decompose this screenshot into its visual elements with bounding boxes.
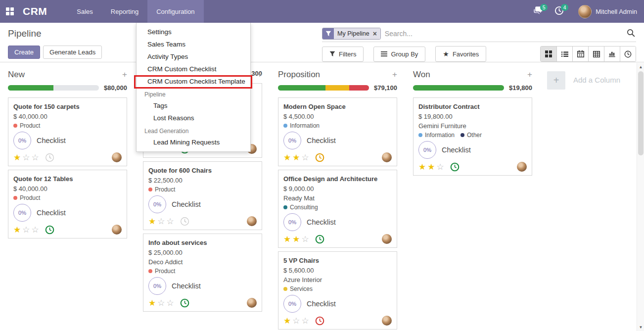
checklist-progress-circle[interactable]: 0% [283, 132, 301, 149]
column-title[interactable]: Proposition [278, 70, 320, 79]
kanban-card[interactable]: Quote for 150 carpets$ 40,000.00Product0… [8, 97, 127, 166]
activity-clock-icon[interactable] [315, 316, 324, 326]
activity-clock-icon[interactable] [315, 235, 324, 244]
priority-stars[interactable]: ★★☆ [283, 235, 311, 243]
card-tag[interactable]: Services [283, 285, 313, 292]
kanban-card[interactable]: Modern Open Space$ 4,500.00Information0%… [278, 97, 397, 166]
filters-button[interactable]: Filters [322, 47, 364, 62]
kanban-card[interactable]: Quote for 600 Chairs$ 22,500.00Product0%… [143, 161, 262, 230]
apps-menu-icon[interactable] [0, 0, 20, 23]
card-tag[interactable]: Information [283, 122, 320, 129]
dropdown-menu-item[interactable]: Tags [137, 99, 250, 112]
activity-clock-icon[interactable] [450, 162, 460, 172]
card-tag[interactable]: Product [13, 122, 40, 129]
checklist-progress-circle[interactable]: 0% [148, 277, 166, 295]
dropdown-menu-item[interactable]: CRM Custom Checklist Template [137, 75, 250, 88]
checklist-progress-circle[interactable]: 0% [283, 295, 301, 313]
generate-leads-button[interactable]: Generate Leads [43, 46, 102, 59]
priority-star[interactable]: ★ [13, 153, 22, 162]
priority-star[interactable]: ★ [418, 162, 427, 172]
column-quick-add-icon[interactable]: + [122, 70, 127, 79]
kanban-card[interactable]: Quote for 12 Tables$ 40,000.00Product0%C… [8, 170, 127, 238]
activity-clock-icon[interactable] [315, 153, 324, 162]
kanban-card[interactable]: Office Design and Architecture$ 9,000.00… [278, 170, 397, 248]
checklist-progress-circle[interactable]: 0% [418, 141, 436, 159]
priority-stars[interactable]: ★☆☆ [13, 226, 41, 234]
priority-stars[interactable]: ★★☆ [418, 163, 446, 171]
checklist-progress-circle[interactable]: 0% [283, 213, 301, 231]
search-facet[interactable]: My Pipeline × [322, 28, 381, 40]
view-activity-button[interactable] [620, 47, 636, 61]
activities-button[interactable]: 4 [551, 4, 567, 19]
priority-stars[interactable]: ★★☆ [283, 153, 311, 162]
checklist-progress-circle[interactable]: 0% [13, 132, 31, 149]
priority-star[interactable]: ★ [292, 153, 301, 162]
priority-star[interactable]: ☆ [32, 153, 41, 162]
view-calendar-button[interactable] [572, 47, 588, 61]
column-progressbar[interactable] [413, 85, 504, 91]
view-pivot-button[interactable] [588, 47, 604, 61]
column-title[interactable]: Won [413, 70, 430, 79]
kanban-card[interactable]: Distributor Contract$ 19,800.00Gemini Fu… [413, 97, 532, 176]
add-column-button[interactable]: + [547, 71, 565, 90]
menu-sales[interactable]: Sales [68, 0, 102, 23]
dropdown-menu-item[interactable]: Settings [137, 26, 250, 38]
dropdown-menu-item[interactable]: Lost Reasons [137, 112, 250, 124]
priority-star[interactable]: ★ [427, 162, 436, 172]
kanban-card[interactable]: Info about services$ 25,000.00Deco Addic… [143, 234, 262, 312]
priority-star[interactable]: ★ [283, 316, 292, 326]
priority-stars[interactable]: ★☆☆ [148, 217, 176, 226]
column-progressbar[interactable] [8, 85, 99, 91]
priority-star[interactable]: ★ [148, 298, 157, 308]
card-tag[interactable]: Product [148, 186, 175, 193]
checklist-progress-circle[interactable]: 0% [148, 195, 166, 213]
activity-clock-icon[interactable] [180, 298, 189, 308]
priority-star[interactable]: ☆ [302, 235, 311, 244]
menu-configuration[interactable]: Configuration [147, 0, 203, 23]
create-button[interactable]: Create [8, 46, 40, 59]
priority-stars[interactable]: ★☆☆ [148, 299, 176, 307]
view-kanban-button[interactable] [541, 47, 556, 61]
scroll-down-arrow[interactable]: ▼ [637, 324, 644, 331]
view-list-button[interactable] [556, 47, 572, 61]
priority-stars[interactable]: ★☆☆ [283, 317, 311, 325]
card-tag[interactable]: Consulting [283, 204, 318, 211]
user-menu[interactable]: Mitchell Admin [578, 5, 637, 18]
activity-clock-icon[interactable] [45, 225, 54, 235]
search-icon[interactable] [626, 29, 636, 39]
card-tag[interactable]: Other [460, 132, 482, 139]
column-progressbar[interactable] [278, 85, 369, 91]
priority-star[interactable]: ☆ [302, 316, 311, 326]
column-quick-add-icon[interactable]: + [392, 70, 397, 79]
priority-star[interactable]: ☆ [437, 162, 446, 172]
scroll-up-arrow[interactable]: ▲ [637, 63, 644, 71]
view-graph-button[interactable] [604, 47, 620, 61]
checklist-progress-circle[interactable]: 0% [13, 204, 31, 222]
menu-reporting[interactable]: Reporting [102, 0, 147, 23]
dropdown-menu-item[interactable]: CRM Custom Checklist [137, 63, 250, 75]
column-quick-add-icon[interactable]: + [257, 70, 262, 79]
search-input[interactable] [385, 30, 626, 38]
card-tag[interactable]: Product [13, 194, 40, 201]
facet-remove-icon[interactable]: × [373, 30, 377, 37]
priority-star[interactable]: ☆ [292, 316, 301, 326]
card-tag[interactable]: Information [418, 132, 455, 139]
kanban-card[interactable]: 5 VP Chairs$ 5,600.00Azure InteriorServi… [278, 251, 397, 330]
dropdown-menu-item[interactable]: Lead Mining Requests [137, 136, 250, 148]
card-tag[interactable]: Product [148, 268, 175, 275]
priority-star[interactable]: ☆ [167, 298, 176, 308]
dropdown-menu-item[interactable]: Activity Types [137, 50, 250, 63]
priority-star[interactable]: ☆ [157, 217, 166, 226]
priority-star[interactable]: ☆ [32, 225, 41, 235]
priority-star[interactable]: ★ [283, 235, 292, 244]
priority-star[interactable]: ★ [13, 225, 22, 235]
scrollbar-thumb[interactable] [638, 71, 644, 155]
app-name[interactable]: CRM [20, 0, 54, 23]
messages-button[interactable]: 5 [530, 4, 547, 19]
priority-star[interactable]: ☆ [302, 153, 311, 162]
activity-clock-icon[interactable] [45, 153, 54, 162]
activity-clock-icon[interactable] [180, 217, 189, 226]
group-by-button[interactable]: Group By [373, 47, 425, 62]
dropdown-menu-item[interactable]: Sales Teams [137, 38, 250, 50]
vertical-scrollbar[interactable]: ▲ ▼ [637, 63, 644, 331]
